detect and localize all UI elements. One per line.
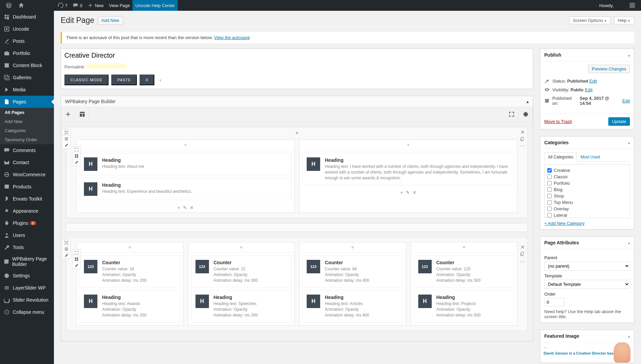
add-category-link[interactable]: + Add New Category bbox=[544, 221, 585, 226]
col-edit-icon[interactable] bbox=[72, 262, 81, 269]
sidebar-item-content-block[interactable]: Content Block bbox=[0, 59, 54, 71]
template-select[interactable]: Default Template bbox=[544, 280, 630, 289]
edit-date-link[interactable]: Edit bbox=[622, 98, 630, 103]
category-item[interactable]: Lateral bbox=[547, 212, 627, 218]
pb-spacer-row[interactable] bbox=[66, 223, 528, 232]
col-add-icon[interactable]: + bbox=[300, 140, 517, 150]
settings-button[interactable] bbox=[519, 107, 533, 121]
sidebar-item-plugins[interactable]: Plugins6 bbox=[0, 217, 54, 229]
paste-button[interactable]: PASTE bbox=[111, 74, 137, 85]
el-edit-icon[interactable]: ✎ bbox=[406, 190, 410, 195]
sidebar-item-pages[interactable]: Pages bbox=[0, 96, 54, 108]
comments-link[interactable]: 0 bbox=[70, 0, 85, 11]
sidebar-item-settings[interactable]: Settings bbox=[0, 270, 54, 282]
col-add-icon[interactable]: + bbox=[300, 242, 406, 253]
col-grid-icon[interactable] bbox=[72, 153, 81, 159]
el-add-icon[interactable]: + bbox=[400, 190, 403, 195]
pb-element[interactable]: HHeadingHeading text: ArticlesAnimation:… bbox=[302, 290, 403, 322]
sidebar-sub-categories[interactable]: Categories bbox=[0, 126, 54, 135]
post-title-input[interactable] bbox=[61, 49, 533, 62]
pb-element[interactable]: 123CounterCounter value: 125Animation: O… bbox=[414, 255, 515, 287]
pb-element[interactable]: 123CounterCounter value: 64Animation: Op… bbox=[302, 255, 403, 287]
sidebar-item-woo[interactable]: WooCommerce bbox=[0, 169, 54, 181]
add-element-button[interactable] bbox=[61, 107, 75, 121]
page-builder-header[interactable]: WPBakery Page Builder ▴ bbox=[61, 96, 533, 107]
pb-element[interactable]: 123CounterCounter value: 22Animation: Op… bbox=[191, 255, 292, 287]
col-add-icon[interactable]: + bbox=[411, 242, 517, 253]
sidebar-item-layerslider[interactable]: LayerSlider WP bbox=[0, 282, 54, 294]
sidebar-item-wpb[interactable]: WPBakery Page Builder bbox=[0, 253, 54, 270]
col-edit-icon[interactable] bbox=[72, 159, 81, 166]
zero-button[interactable]: 0 bbox=[140, 74, 154, 85]
row-close-icon[interactable]: ✕ bbox=[520, 244, 525, 250]
el-add-icon[interactable]: + bbox=[177, 205, 180, 210]
pb-element[interactable]: 123CounterCounter value: 18Animation: Op… bbox=[80, 255, 180, 287]
col-expand-icon[interactable] bbox=[72, 146, 81, 153]
pb-element[interactable]: HHeadingHeading text: I have worked with… bbox=[302, 153, 514, 185]
category-tab-0[interactable]: All Categories bbox=[544, 152, 577, 161]
add-new-button[interactable]: Add New bbox=[98, 16, 123, 25]
order-input[interactable] bbox=[544, 298, 564, 306]
help-button[interactable]: Help bbox=[614, 17, 634, 24]
category-item[interactable]: Overlay bbox=[547, 206, 627, 212]
view-page-link[interactable]: View Page bbox=[106, 0, 132, 11]
preview-button[interactable]: Preview Changes bbox=[588, 65, 630, 73]
row-close-icon[interactable]: ✕ bbox=[520, 129, 525, 135]
col-expand-icon[interactable] bbox=[72, 249, 81, 256]
sidebar-item-comments[interactable]: Comments bbox=[0, 144, 54, 156]
sidebar-item-collapse[interactable]: Collapse menu bbox=[0, 306, 54, 318]
row-copy-icon[interactable] bbox=[520, 251, 525, 257]
wp-logo[interactable] bbox=[3, 0, 16, 11]
category-item[interactable]: Creative bbox=[547, 167, 627, 174]
template-button[interactable] bbox=[75, 107, 89, 121]
permalink-value[interactable] bbox=[86, 64, 127, 68]
howdy-user[interactable]: Howdy, bbox=[597, 0, 638, 11]
sidebar-item-galleries[interactable]: Galleries bbox=[0, 71, 54, 84]
sidebar-item-posts[interactable]: Posts bbox=[0, 35, 54, 47]
category-item[interactable]: Portfolio bbox=[547, 180, 627, 186]
category-tab-1[interactable]: Most Used bbox=[577, 152, 604, 161]
home-link[interactable] bbox=[16, 0, 55, 11]
fullscreen-button[interactable] bbox=[505, 107, 519, 121]
screen-options-button[interactable]: Screen Options bbox=[569, 17, 611, 24]
parent-select[interactable]: (no parent) bbox=[544, 262, 630, 271]
sidebar-item-envato[interactable]: Envato Toolkit bbox=[0, 193, 54, 205]
category-item[interactable]: Blog bbox=[547, 186, 627, 193]
chevron-left-icon[interactable]: ‹ bbox=[157, 76, 164, 84]
category-item[interactable]: Classic bbox=[547, 174, 627, 180]
pb-element[interactable]: HHeadingHeading text: SpeechesAnimation:… bbox=[191, 290, 292, 322]
row-more-icon[interactable]: ⋯ bbox=[520, 259, 525, 264]
trash-link[interactable]: Move to Trash bbox=[544, 119, 572, 124]
pb-element[interactable]: HHeadingHeading text: ProjectsAnimation:… bbox=[414, 290, 515, 322]
el-delete-icon[interactable]: ✕ bbox=[413, 190, 417, 195]
sidebar-item-users[interactable]: Users bbox=[0, 229, 54, 241]
classic-mode-button[interactable]: CLASSIC MODE bbox=[64, 74, 109, 85]
el-edit-icon[interactable]: ✎ bbox=[183, 205, 187, 210]
sidebar-item-dashboard[interactable]: Dashboard bbox=[0, 11, 54, 23]
sidebar-item-slider-rev[interactable]: Slider Revolution bbox=[0, 294, 54, 306]
edit-status-link[interactable]: Edit bbox=[589, 79, 597, 84]
collapse-panel-icon[interactable]: ▴ bbox=[526, 99, 529, 104]
sidebar-item-contact[interactable]: Contact bbox=[0, 156, 54, 169]
col-add-icon[interactable]: + bbox=[188, 242, 295, 253]
pb-element[interactable]: HHeadingHeading text: AwardsAnimation: O… bbox=[80, 290, 180, 322]
new-link[interactable]: New bbox=[85, 0, 106, 11]
updates-link[interactable]: 7 bbox=[55, 0, 70, 11]
sidebar-item-appearance[interactable]: Appearance bbox=[0, 205, 54, 217]
category-item[interactable]: Shop bbox=[547, 193, 627, 199]
featured-image-thumb[interactable]: — David Jonson is a Creative Director ba… bbox=[540, 342, 634, 363]
help-center-link[interactable]: Uncode Help Center bbox=[132, 0, 178, 11]
sidebar-item-uncode[interactable]: Uncode bbox=[0, 23, 54, 35]
edit-visibility-link[interactable]: Edit bbox=[585, 87, 592, 92]
update-button[interactable]: Update bbox=[608, 117, 630, 126]
sidebar-sub-add-new[interactable]: Add New bbox=[0, 117, 54, 126]
sidebar-item-tools[interactable]: Tools bbox=[0, 241, 54, 253]
col-grid-icon[interactable] bbox=[72, 256, 81, 263]
col-add-icon[interactable]: + bbox=[77, 242, 183, 253]
sidebar-item-portfolio[interactable]: Portfolio bbox=[0, 47, 54, 59]
pb-element[interactable]: HHeadingHeading text: Experience and bea… bbox=[80, 178, 292, 200]
sidebar-sub-taxonomy-order[interactable]: Taxonomy Order bbox=[0, 135, 54, 144]
el-delete-icon[interactable]: ✕ bbox=[190, 205, 194, 210]
sidebar-item-media[interactable]: Media bbox=[0, 84, 54, 96]
pb-element[interactable]: HHeadingHeading text: About me bbox=[80, 153, 292, 175]
